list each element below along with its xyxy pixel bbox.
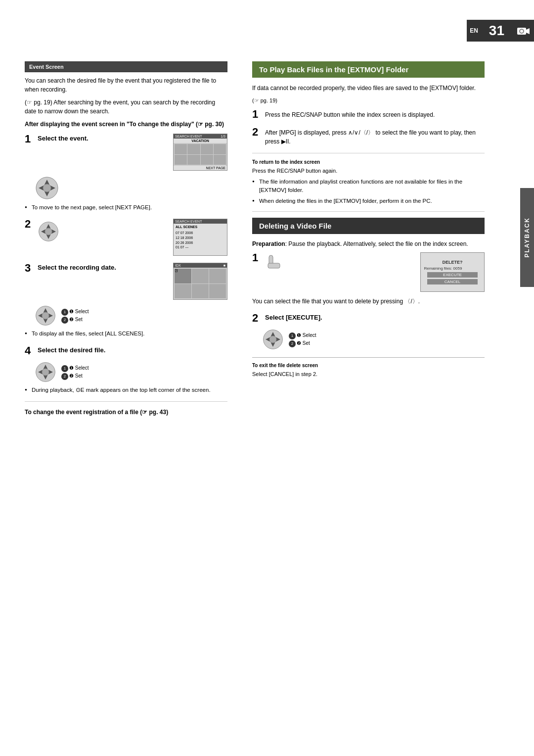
prep-body: Pause the playback. Alternatively, selec… [288,240,468,247]
divider3 [252,211,485,212]
en-label: EN [467,20,481,42]
delete-step1-row: 1 DELETE? Remaining files: 0059 [252,252,485,292]
svg-point-35 [269,336,276,343]
se-footer: NEXT PAGE [174,166,227,170]
circle-2: 2 [61,317,68,324]
extmov-step1: 1 Press the REC/SNAP button while the in… [252,109,485,120]
as-header: SEARCH EVENT [174,219,227,224]
left-column: Event Screen You can search the desired … [0,51,242,431]
right-column: To Play Back Files in the [EXTMOV] Folde… [242,51,509,431]
step4-bullet: During playback, ⊙E mark appears on the … [25,386,227,394]
step4-text: Select the desired file. [38,345,105,354]
extmov-bullet2: When deleting the files in the [EXTMOV] … [252,197,485,205]
step3-bullet: To display all the files, select [ALL SC… [25,330,227,338]
divider2 [252,153,485,153]
event-screen-body2: (☞ pg. 19) After searching by the event,… [25,98,227,116]
step4-select-set: 1❶ Select 2❷ Set [61,364,89,380]
delete-execute-btn: EXECUTE [427,272,478,278]
delete-step1-body: You can select the file that you want to… [252,297,485,306]
extmov-step1-number: 1 [252,109,262,120]
delete-screen-mockup: DELETE? Remaining files: 0059 EXECUTE CA… [420,252,485,292]
extmov-body2: (☞ pg. 19) [252,96,485,105]
se-cell [187,155,200,165]
svg-point-27 [42,368,49,375]
circle-2b: 2 [61,373,68,380]
event-screen-header: Event Screen [25,61,227,72]
idx-cell: E [175,269,191,284]
step2-row: 2 [25,219,227,256]
controller-icon-step1 [35,176,59,200]
index-screen-step3: IDX■ E [173,263,227,300]
circle-2c: 2 [289,340,296,347]
circle-1b: 1 [61,365,68,372]
se-cell [175,144,187,154]
event-screen-body1: You can search the desired file by the e… [25,76,227,94]
extmov-step2-text: After [MPG] is displayed, press ∧/∨/〈/〉 … [265,127,485,146]
delete-step2-container: 2 Select [EXECUTE]. 1❶ Select [252,313,485,350]
se-cell [187,144,200,154]
page-number-bar: EN 31 [467,20,534,42]
playback-sidebar: PLAYBACK [520,188,534,287]
return-section: To return to the index screen Press the … [252,159,485,205]
extmov-body1: If data cannot be recorded properly, the… [252,84,485,93]
idx-cell [175,284,191,299]
circle-1c: 1 [289,332,296,339]
svg-point-21 [42,312,49,319]
return-label: To return to the index screen [252,159,485,165]
camera-icon [512,20,534,42]
exit-section: To exit the file delete screen Select [C… [252,363,485,378]
delete-remaining: Remaining files: 0059 [424,266,481,271]
se-grid [174,143,227,166]
controller-icon-step2 [38,221,59,242]
extmov-bullet1: The file information and playlist creati… [252,178,485,195]
step1-container: 1 Select the event. SEARCH EVENT 1/3 VAC… [25,134,227,212]
divider4 [252,357,485,358]
step2-container: 2 [25,219,227,256]
controller-icon-step3 [35,305,56,327]
svg-point-15 [45,228,52,235]
preparation-section: Preparation: Pause the playback. Alterna… [252,240,485,247]
idx-grid: E [174,268,227,299]
se-cell [201,144,213,154]
se-vacation: VACATION [174,139,227,143]
extmov-step2: 2 After [MPG] is displayed, press ∧/∨/〈/… [252,127,485,146]
idx-cell [209,269,226,284]
se-cell [214,155,226,165]
circle-1: 1 [61,309,68,316]
svg-point-9 [43,184,51,192]
playback-label: PLAYBACK [524,217,531,258]
svg-rect-29 [268,263,280,268]
extmov-title: To Play Back Files in the [EXTMOV] Folde… [252,61,485,78]
change-event-note: To change the event registration of a fi… [25,408,227,417]
step1-text: Select the event. [38,134,89,142]
delete-step2-text: Select [EXECUTE]. [265,313,322,321]
delete-step2-select-set: 1❶ Select 2❷ Set [289,331,316,347]
svg-point-2 [520,30,523,33]
event-screen-bold-instruction: After displaying the event screen in "To… [25,120,227,129]
controller-icon-delete [262,329,284,350]
step3-container: 3 Select the recording date. IDX■ E [25,263,227,338]
controller-icon-step4 [35,361,56,383]
delete-step2-number: 2 [252,313,262,324]
exit-label: To exit the file delete screen [252,363,485,368]
delete-step1-number: 1 [252,252,262,263]
se-cell [214,144,226,154]
delete-cancel-btn: CANCEL [427,279,478,284]
idx-cell [192,269,209,284]
step4-number: 4 [25,345,35,356]
delete-step1-container: 1 DELETE? Remaining files: 0059 [252,252,485,306]
page-container: EN 31 PLAYBACK Event Screen You can sear… [0,0,534,756]
idx-header: IDX■ [174,263,227,268]
divider1 [25,401,227,402]
step3-text: Select the recording date. [38,263,116,271]
step4-row: 4 Select the desired file. [25,345,227,356]
step1-number: 1 [25,134,35,144]
return-body: Press the REC/SNAP button again. [252,167,485,175]
step3-row: 3 Select the recording date. IDX■ E [25,263,227,300]
step3-select-set: 1❶ Select 2❷ Set [61,308,89,324]
extmov-step2-number: 2 [252,127,262,138]
se-header: SEARCH EVENT 1/3 [174,134,227,139]
exit-body: Select [CANCEL] in step 2. [252,370,485,378]
delete-step2-row: 2 Select [EXECUTE]. [252,313,485,324]
step4-container: 4 Select the desired file. 1❶ Selec [25,345,227,394]
